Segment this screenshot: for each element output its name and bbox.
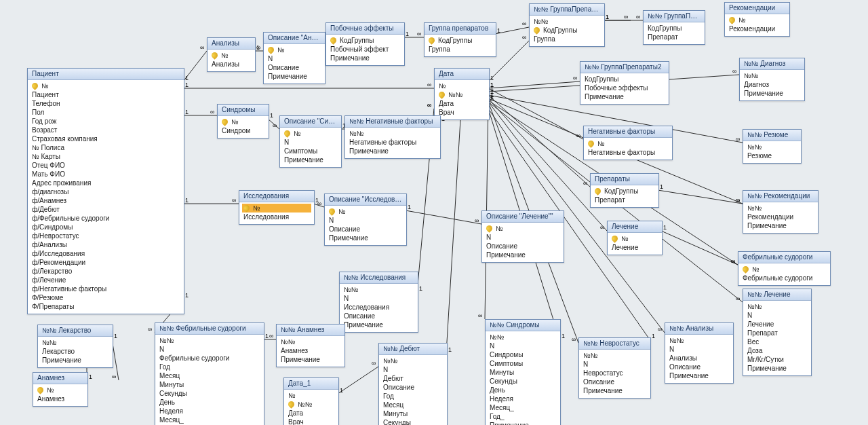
- field[interactable]: Примечание: [41, 356, 110, 365]
- pk-field[interactable]: №: [31, 81, 181, 90]
- field[interactable]: ф/Лечение: [31, 276, 181, 284]
- table-header[interactable]: №№ Рекомендации: [743, 191, 818, 202]
- field[interactable]: Дата: [287, 409, 336, 418]
- table-nn_febr[interactable]: №№ Фебрильные судороги№№NФебрильные судо…: [155, 322, 264, 425]
- field[interactable]: №№: [348, 129, 437, 138]
- field[interactable]: N: [267, 54, 322, 63]
- field[interactable]: ф/Исследования: [31, 249, 181, 258]
- pk-field[interactable]: КодГруппы: [329, 36, 401, 45]
- table-desc_research[interactable]: Описание "Исследова…№NОписаниеПримечание: [324, 193, 407, 246]
- field[interactable]: Примечание: [582, 386, 648, 395]
- field[interactable]: N: [283, 138, 338, 147]
- field[interactable]: №№: [41, 338, 110, 347]
- field[interactable]: Описание: [485, 242, 561, 251]
- table-nn_synd[interactable]: №№ Синдромы№№NСиндромыСимптомыМинутыСеку…: [485, 319, 561, 425]
- table-header[interactable]: Исследования: [239, 191, 314, 202]
- field[interactable]: Невростатус: [582, 369, 648, 377]
- field[interactable]: Секунды: [382, 418, 444, 425]
- table-header[interactable]: №№ ГруппаПре…: [644, 11, 705, 22]
- field[interactable]: ф/Анализы: [31, 240, 181, 249]
- table-header[interactable]: Фебрильные судороги: [738, 252, 830, 263]
- field[interactable]: №№: [668, 336, 730, 345]
- field[interactable]: № Карты: [31, 152, 181, 161]
- field[interactable]: Телефон: [31, 99, 181, 108]
- table-header[interactable]: Пациент: [28, 69, 184, 80]
- field[interactable]: КодГруппы: [646, 24, 702, 33]
- pk-field[interactable]: №: [587, 139, 669, 148]
- field[interactable]: ф/Синдромы: [31, 223, 181, 232]
- field[interactable]: №№: [382, 356, 444, 365]
- table-date1[interactable]: Дата_1№№№ДатаВрач: [283, 377, 339, 425]
- field[interactable]: Адрес проживания: [31, 179, 181, 187]
- table-nn_neuro[interactable]: №№ Невростатус№№NНевростатусОписаниеПрим…: [578, 337, 651, 399]
- table-desc_synd[interactable]: Описание "Синд…№NСимптомыПримечание: [279, 115, 342, 168]
- field[interactable]: Год_: [488, 412, 557, 421]
- table-header[interactable]: Препараты: [591, 174, 658, 185]
- table-desc_treat[interactable]: Описание "Лечение""№NОписаниеПримечание: [481, 210, 564, 263]
- diagram-canvas[interactable]: 1∞1∞1∞1∞1∞1∞1∞1∞1∞1∞1∞1∞1∞1∞1∞1∞1∞1∞1∞1∞…: [0, 0, 868, 425]
- field[interactable]: N: [746, 311, 808, 320]
- table-header[interactable]: №№ Дебют: [379, 344, 447, 355]
- pk-field[interactable]: №: [220, 117, 266, 126]
- pk-field[interactable]: №: [610, 234, 659, 243]
- field[interactable]: Мг/Кг/Сутки: [746, 355, 808, 364]
- field[interactable]: День: [158, 398, 261, 407]
- field[interactable]: N: [328, 216, 403, 225]
- pk-field[interactable]: КодГруппы: [593, 187, 656, 196]
- field[interactable]: Примечание: [668, 371, 730, 380]
- field[interactable]: Примечание: [267, 72, 322, 81]
- table-header[interactable]: Анамнез: [33, 373, 87, 384]
- pk-field[interactable]: №: [485, 224, 561, 233]
- field[interactable]: Страховая компания: [31, 134, 181, 143]
- field[interactable]: №№: [279, 337, 342, 346]
- field[interactable]: №№: [158, 336, 261, 345]
- table-treat[interactable]: Лечение№Лечение: [607, 221, 663, 255]
- table-recommend[interactable]: Рекомендации№Рекомендации: [724, 2, 790, 37]
- table-header[interactable]: Побочные эффекты: [326, 23, 404, 35]
- field[interactable]: Исследования: [242, 212, 311, 221]
- field[interactable]: Месяц_: [488, 403, 557, 412]
- field[interactable]: Побочные эффекты: [583, 84, 666, 92]
- field[interactable]: Анамнез: [279, 346, 342, 355]
- table-header[interactable]: №№ Синдромы: [486, 320, 560, 331]
- table-header[interactable]: №№ Лекарство: [38, 325, 113, 337]
- table-header[interactable]: Группа препаратов: [425, 23, 496, 35]
- field[interactable]: Пациент: [31, 90, 181, 99]
- field[interactable]: №№: [746, 143, 798, 151]
- table-header[interactable]: №№ Лечение: [743, 289, 811, 301]
- table-header[interactable]: Дата: [435, 69, 489, 80]
- field[interactable]: Анализы: [668, 354, 730, 363]
- field[interactable]: Врач: [437, 108, 486, 117]
- field[interactable]: Анамнез: [36, 394, 85, 403]
- field[interactable]: ф/Невростатус: [31, 232, 181, 240]
- table-nn_group_prep2[interactable]: №№ ГруппаПрепараты2КодГруппыПобочные эфф…: [580, 61, 669, 105]
- field[interactable]: Лекарство: [41, 347, 110, 356]
- field[interactable]: Описание: [582, 377, 648, 386]
- field[interactable]: N: [668, 345, 730, 354]
- field[interactable]: N: [158, 345, 261, 354]
- field[interactable]: Примечание: [328, 234, 403, 242]
- field[interactable]: Препарат: [646, 33, 702, 41]
- field[interactable]: №: [437, 81, 486, 90]
- field[interactable]: Рекомендации: [728, 24, 787, 33]
- field[interactable]: Месяц: [158, 371, 261, 380]
- table-nn_group_prep[interactable]: №№ ГруппаПрепар…№№КодГруппыГруппа: [529, 3, 605, 47]
- pk-field[interactable]: №: [283, 129, 338, 138]
- field[interactable]: №№: [342, 285, 415, 294]
- pk-field[interactable]: №: [36, 386, 85, 394]
- table-drug_group[interactable]: Группа препаратовКодГруппыГруппа: [424, 22, 496, 57]
- table-nn_anam[interactable]: №№ Анамнез№№АнамнезПримечание: [276, 324, 345, 367]
- table-nn_resume[interactable]: №№ Резюме№№Резюме: [743, 129, 802, 164]
- field[interactable]: Лечение: [746, 320, 808, 329]
- field[interactable]: №№: [743, 71, 802, 80]
- field[interactable]: Минуты: [488, 368, 557, 377]
- field[interactable]: Описание: [668, 363, 730, 371]
- field[interactable]: Описание: [382, 383, 444, 392]
- table-nn_treat[interactable]: №№ Лечение№№NЛечениеПрепаратВесДозаМг/Кг…: [743, 289, 812, 376]
- pk-field[interactable]: №№: [287, 400, 336, 409]
- field[interactable]: Примечание: [342, 320, 415, 329]
- table-nn_research[interactable]: №№ Исследования№№NИсследованияОписаниеПр…: [339, 272, 418, 333]
- pk-field[interactable]: №: [242, 204, 311, 212]
- table-header[interactable]: №№ Анамнез: [277, 325, 344, 336]
- pk-field[interactable]: №: [728, 16, 787, 24]
